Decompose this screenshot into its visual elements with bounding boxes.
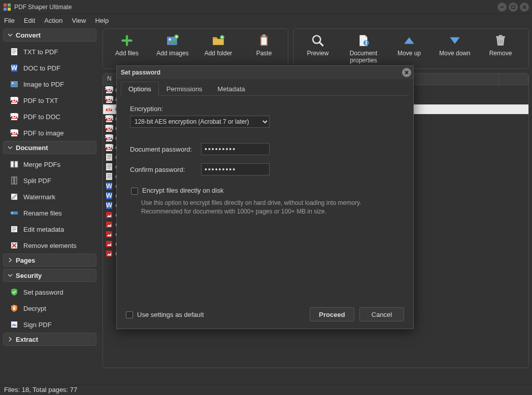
water-icon [10,193,18,201]
sidebar-item-sign-pdf[interactable]: Sign PDF [3,316,96,333]
svg-rect-86 [107,168,110,168]
svg-rect-80 [107,155,111,156]
file-type-icon: W [105,182,113,190]
sidebar-item-pdf-to-txt[interactable]: PDFPDF to TXT [3,92,96,109]
close-button[interactable] [520,3,529,12]
paste-button[interactable]: Paste [244,32,284,66]
svg-rect-47 [261,38,267,45]
file-type-icon [105,240,113,248]
move-up-button[interactable]: Move up [389,32,429,66]
sidebar-item-txt-to-pdf[interactable]: TXT to PDF [3,44,96,60]
svg-rect-84 [107,165,111,165]
menu-help[interactable]: Help [95,17,109,24]
toolbar-actions: Preview i Document properties Move up Mo… [293,28,529,69]
app-title: PDF Shaper Ultimate [14,4,497,11]
tab-metadata[interactable]: Metadata [210,82,253,96]
add-files-button[interactable]: Add files [107,32,147,66]
svg-rect-10 [12,50,16,50]
encryption-label: Encryption: [130,105,201,113]
sidebar-group-security[interactable]: Security [3,269,96,282]
menu-action[interactable]: Action [44,17,62,24]
dialog-close-button[interactable] [402,68,411,77]
file-type-icon [105,163,113,171]
move-down-button[interactable]: Move down [435,32,475,66]
svg-rect-26 [11,161,14,167]
sidebar-item-split-pdf[interactable]: Split PDF [3,172,96,189]
file-type-icon [105,172,113,181]
rename-icon [10,209,18,217]
pdf-icon: PDF [10,113,18,121]
encryption-select[interactable]: 128-bit AES encryption (Acrobat 7 or lat… [130,116,270,128]
use-default-checkbox[interactable] [126,311,133,318]
preview-button[interactable]: Preview [298,32,338,66]
status-bar: Files: 18, Total pages: 77 [0,384,532,395]
split-icon [10,176,18,185]
file-type-icon: PDF [105,95,113,103]
sidebar-item-remove-elements[interactable]: Remove elements [3,237,96,254]
svg-rect-48 [262,34,266,37]
file-type-icon: PDF [105,124,113,132]
title-bar: PDF Shaper Ultimate [0,0,532,14]
encrypt-direct-label: Encrypt files directly on disk [142,187,223,194]
svg-rect-34 [12,228,16,228]
encrypt-direct-hint: Use this option to encrypt files directl… [141,199,400,217]
sidebar-item-decrypt[interactable]: Decrypt [3,300,96,316]
column-extra[interactable] [499,74,528,85]
menu-edit[interactable]: Edit [24,17,35,24]
file-type-icon: W [105,201,113,209]
sidebar-item-pdf-to-image[interactable]: PDFPDF to image [3,125,96,141]
file-type-icon: PDF [105,134,113,142]
svg-line-50 [319,42,323,46]
image-plus-icon [166,34,179,47]
trash-icon [494,34,507,47]
sidebar-item-image-to-pdf[interactable]: Image to PDF [3,76,96,92]
proceed-button[interactable]: Proceed [310,307,354,321]
triangle-up-icon [403,34,416,47]
confirm-password-input[interactable] [201,163,270,175]
pdf-icon: PDF [10,96,18,104]
sidebar-group-pages[interactable]: Pages [3,254,96,267]
status-text: Files: 18, Total pages: 77 [4,386,77,393]
svg-rect-3 [4,8,7,11]
sidebar-item-rename-files[interactable]: Rename files [3,205,96,221]
svg-text:PDF: PDF [105,143,113,151]
sidebar-group-document[interactable]: Document [3,141,96,154]
add-images-button[interactable]: Add images [153,32,192,66]
minimize-button[interactable] [497,3,507,12]
sidebar-item-merge-pdfs[interactable]: Merge PDFs [3,156,96,172]
svg-rect-101 [106,250,112,257]
sidebar-item-edit-metadata[interactable]: Edit metadata [3,221,96,237]
sidebar-item-watermark[interactable]: Watermark [3,189,96,205]
encrypt-direct-checkbox[interactable] [131,188,138,195]
svg-text:PDF: PDF [105,124,113,131]
svg-point-43 [169,39,171,41]
doc-icon: W [10,64,18,72]
sidebar-item-set-password[interactable]: Set password [3,284,96,300]
cancel-button[interactable]: Cancel [359,307,404,321]
menu-file[interactable]: File [4,17,15,24]
doc-properties-button[interactable]: i Document properties [344,32,383,66]
doc-password-input[interactable] [201,143,270,155]
dialog-title: Set password [117,66,413,79]
sidebar-group-convert[interactable]: Convert [3,28,96,42]
tab-permissions[interactable]: Permissions [159,82,210,96]
tab-options[interactable]: Options [121,82,159,96]
svg-rect-27 [15,161,18,167]
svg-text:W: W [106,192,113,199]
sidebar-item-doc-to-pdf[interactable]: WDOC to PDF [3,60,96,76]
sidebar-item-pdf-to-doc[interactable]: PDFPDF to DOC [3,109,96,125]
maximize-button[interactable] [509,3,518,12]
svg-rect-28 [12,177,14,184]
merge-icon [10,160,18,168]
svg-rect-1 [4,4,7,7]
use-default-label: Use settings as default [137,311,204,318]
remove-button[interactable]: Remove [481,32,520,66]
sidebar-group-extract[interactable]: Extract [3,333,96,346]
svg-text:PDF: PDF [105,134,113,141]
file-type-icon: PDF [105,86,113,94]
add-folder-button[interactable]: Add folder [198,32,238,66]
svg-rect-12 [12,53,15,53]
svg-rect-35 [12,229,16,230]
menu-view[interactable]: View [72,17,86,24]
confirm-password-label: Confirm password: [130,166,201,173]
